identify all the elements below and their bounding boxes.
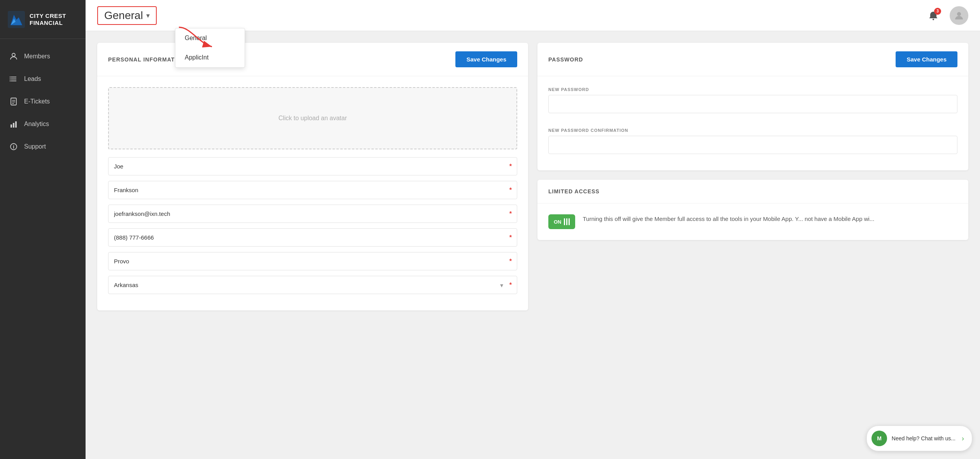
password-card: PASSWORD Save Changes NEW PASSWORD NEW P…	[537, 43, 968, 170]
analytics-label: Analytics	[24, 121, 49, 128]
sidebar-logo: CITY CREST FINANCIAL	[0, 0, 86, 39]
limited-access-header: LIMITED ACCESS	[537, 180, 968, 203]
password-title: PASSWORD	[548, 56, 583, 63]
header: General ▾ General ApplicInt	[86, 0, 980, 31]
password-header: PASSWORD Save Changes	[537, 43, 968, 76]
toggle-lines-icon	[564, 218, 570, 225]
header-right: 3	[925, 6, 968, 25]
header-left: General ▾ General ApplicInt	[97, 6, 157, 25]
svg-point-7	[10, 77, 10, 77]
app-name: CITY CREST FINANCIAL	[30, 12, 78, 26]
new-password-group: NEW PASSWORD	[548, 87, 957, 123]
notifications-button[interactable]: 3	[925, 7, 942, 24]
svg-rect-15	[13, 123, 14, 128]
confirm-password-label: NEW PASSWORD CONFIRMATION	[548, 128, 957, 133]
support-label: Support	[24, 143, 46, 150]
user-avatar-button[interactable]	[950, 6, 968, 25]
etickets-label: E-Tickets	[24, 98, 50, 105]
svg-rect-0	[8, 11, 25, 28]
svg-point-9	[10, 81, 10, 81]
sidebar-item-analytics[interactable]: Analytics	[0, 113, 86, 135]
sidebar: CITY CREST FINANCIAL Members	[0, 0, 86, 459]
toggle-on-label: ON	[554, 219, 562, 225]
confirm-password-group: NEW PASSWORD CONFIRMATION	[548, 128, 957, 154]
last-name-input[interactable]	[108, 181, 517, 199]
personal-info-body: Click to upload an avatar * * * *	[97, 76, 528, 310]
required-indicator: *	[509, 282, 512, 289]
chat-chevron-icon: ›	[962, 434, 964, 443]
state-input[interactable]	[108, 276, 517, 294]
limited-access-description: Turning this off will give the Member fu…	[583, 214, 875, 224]
new-password-input[interactable]	[548, 95, 957, 113]
required-indicator: *	[509, 187, 512, 194]
dropdown-menu: General ApplicInt	[175, 28, 245, 68]
phone-input[interactable]	[108, 228, 517, 247]
sidebar-item-etickets[interactable]: E-Tickets	[0, 90, 86, 113]
chat-widget[interactable]: M Need help? Chat with us... ›	[866, 426, 972, 451]
required-indicator: *	[509, 163, 512, 170]
limited-access-body: ON Turning this off will give the Member…	[537, 203, 968, 240]
list-icon	[9, 75, 18, 83]
main-content: General ▾ General ApplicInt	[86, 0, 980, 459]
personal-info-card: PERSONAL INFORMATION Save Changes Click …	[97, 43, 528, 310]
limited-access-title: LIMITED ACCESS	[548, 188, 600, 194]
personal-info-header: PERSONAL INFORMATION Save Changes	[97, 43, 528, 76]
logo-icon	[8, 11, 25, 28]
city-group: *	[108, 252, 517, 270]
svg-point-21	[957, 12, 961, 16]
sidebar-item-leads[interactable]: Leads	[0, 68, 86, 90]
notification-badge: 3	[934, 8, 941, 15]
sidebar-item-members[interactable]: Members	[0, 45, 86, 68]
svg-text:i: i	[13, 144, 14, 150]
password-body: NEW PASSWORD NEW PASSWORD CONFIRMATION	[537, 76, 968, 170]
person-icon	[9, 52, 18, 61]
required-indicator: *	[509, 234, 512, 241]
password-save-button[interactable]: Save Changes	[896, 51, 957, 67]
email-group: *	[108, 205, 517, 223]
svg-text:M: M	[877, 435, 882, 441]
svg-point-8	[10, 79, 10, 79]
personal-info-save-button[interactable]: Save Changes	[455, 51, 517, 67]
required-indicator: *	[509, 258, 512, 265]
avatar-upload-area[interactable]: Click to upload an avatar	[108, 87, 517, 149]
chart-icon	[9, 120, 18, 128]
svg-point-20	[933, 19, 934, 20]
limited-access-card: LIMITED ACCESS ON Turning this off will …	[537, 180, 968, 240]
sidebar-item-support[interactable]: i Support	[0, 135, 86, 158]
file-icon	[9, 97, 18, 106]
svg-rect-10	[11, 98, 16, 105]
tab-dropdown[interactable]: General ▾	[97, 6, 157, 25]
state-group: * ▾	[108, 276, 517, 294]
required-indicator: *	[509, 210, 512, 217]
chat-label: Need help? Chat with us...	[892, 435, 956, 441]
info-icon: i	[9, 142, 18, 151]
first-name-input[interactable]	[108, 157, 517, 175]
new-password-label: NEW PASSWORD	[548, 87, 957, 92]
chat-icon: M	[872, 431, 887, 446]
last-name-group: *	[108, 181, 517, 199]
avatar-upload-label: Click to upload an avatar	[278, 114, 347, 123]
city-input[interactable]	[108, 252, 517, 270]
svg-point-3	[12, 53, 15, 56]
svg-rect-16	[15, 121, 17, 128]
dropdown-arrow-icon: ▾	[146, 11, 150, 20]
limited-access-toggle[interactable]: ON	[548, 214, 575, 229]
email-input[interactable]	[108, 205, 517, 223]
content-area: PERSONAL INFORMATION Save Changes Click …	[86, 31, 980, 459]
members-label: Members	[24, 53, 50, 60]
phone-group: *	[108, 228, 517, 247]
sidebar-nav: Members Leads	[0, 39, 86, 164]
leads-label: Leads	[24, 75, 41, 82]
confirm-password-input[interactable]	[548, 136, 957, 154]
personal-info-title: PERSONAL INFORMATION	[108, 56, 186, 63]
svg-rect-14	[10, 124, 12, 128]
dropdown-item-applicint[interactable]: ApplicInt	[175, 48, 245, 67]
dropdown-label: General	[104, 9, 143, 22]
dropdown-item-general[interactable]: General	[175, 28, 245, 48]
first-name-group: *	[108, 157, 517, 175]
